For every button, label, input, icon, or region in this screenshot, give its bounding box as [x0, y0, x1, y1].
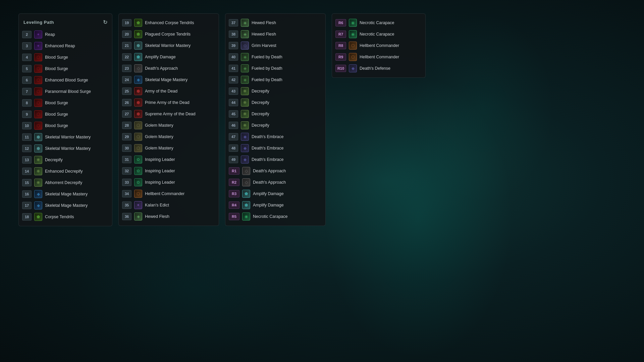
skill-icon: ◇ [241, 42, 249, 50]
level-badge: 38 [229, 31, 238, 38]
skill-glyph: ✿ [137, 169, 140, 173]
list-item[interactable]: 13❋Decrepify [19, 154, 112, 166]
skill-icon: ⬡ [34, 87, 42, 96]
list-item[interactable]: 28⬠Golem Mastery [119, 120, 219, 131]
skill-icon: ◈ [241, 64, 249, 72]
skill-name: Fueled by Death [252, 55, 282, 59]
list-item[interactable]: 17◆Skeletal Mage Mastery [19, 200, 112, 211]
list-item[interactable]: R5◉Necrotic Carapace [225, 211, 325, 222]
list-item[interactable]: 46❋Decrepify [225, 120, 325, 131]
level-badge: 5 [22, 65, 32, 72]
list-item[interactable]: R1◇Death's Approach [225, 165, 325, 177]
skill-icon: ◇ [242, 167, 250, 175]
list-item[interactable]: 4⬡Blood Surge [19, 52, 112, 63]
list-item[interactable]: 38◈Hewed Flesh [225, 28, 325, 40]
level-badge: 44 [229, 99, 238, 106]
list-item[interactable]: 30⬠Golem Mastery [119, 142, 219, 154]
list-item[interactable]: 25⬢Army of the Dead [119, 85, 219, 97]
list-item[interactable]: 7⬡Paranormal Blood Surge [19, 86, 112, 97]
list-item[interactable]: R4⬟Amplify Damage [225, 199, 325, 211]
skill-icon: ⬟ [34, 213, 42, 221]
level-badge: 37 [229, 19, 238, 26]
skill-name: Army of the Dead [145, 89, 177, 94]
list-item[interactable]: 21⬢Skeletal Warrior Mastery [119, 40, 219, 51]
list-item[interactable]: 22⬟Amplify Damage [119, 51, 219, 63]
panel-2-rows: 19⬟Enhanced Corpse Tendrils20⬟Plagued Co… [119, 17, 219, 222]
skill-glyph: ⬢ [37, 135, 40, 139]
skill-icon: ⬟ [134, 30, 142, 38]
list-item[interactable]: R9⬡Hellbent Commander [332, 51, 425, 63]
list-item[interactable]: 26⬢Prime Army of the Dead [119, 97, 219, 108]
list-item[interactable]: 47◆Death's Embrace [225, 131, 325, 142]
list-item[interactable]: 14❋Enhanced Decrepify [19, 166, 112, 177]
list-item[interactable]: 49◆Death's Embrace [225, 154, 325, 165]
panel-2: 19⬟Enhanced Corpse Tendrils20⬟Plagued Co… [118, 13, 219, 226]
list-item[interactable]: R8⬡Hellbent Commander [332, 40, 425, 51]
skill-icon: ⬢ [134, 99, 142, 107]
list-item[interactable]: 43❋Decrepify [225, 85, 325, 97]
list-item[interactable]: 2✦Reap [19, 29, 112, 40]
skill-glyph: ⬟ [37, 215, 40, 219]
skill-glyph: ⬟ [137, 32, 140, 36]
level-badge: 48 [229, 144, 238, 152]
skill-icon: ◈ [241, 53, 249, 61]
skill-icon: ❋ [241, 121, 249, 129]
skill-icon: ⬟ [242, 190, 250, 198]
skill-glyph: ◈ [137, 215, 140, 219]
skill-icon: ⬢ [34, 144, 42, 153]
list-item[interactable]: 12⬢Skeletal Warrior Mastery [19, 143, 112, 154]
list-item[interactable]: 3✦Enhanced Reap [19, 40, 112, 52]
skill-glyph: ◈ [244, 55, 247, 59]
level-badge: 32 [122, 167, 131, 175]
level-badge: 15 [22, 179, 32, 186]
list-item[interactable]: 48◆Death's Embrace [225, 142, 325, 154]
level-badge: 31 [122, 156, 131, 163]
list-item[interactable]: 10⬡Blood Surge [19, 120, 112, 131]
skill-icon: ✿ [134, 178, 142, 186]
skill-icon: ⬡ [34, 76, 42, 84]
list-item[interactable]: 5⬡Blood Surge [19, 63, 112, 74]
list-item[interactable]: 20⬟Plagued Corpse Tendrils [119, 28, 219, 40]
list-item[interactable]: 34⬡Hellbent Commander [119, 188, 219, 199]
list-item[interactable]: 45❋Decrepify [225, 108, 325, 120]
list-item[interactable]: 6⬡Enhanced Blood Surge [19, 74, 112, 86]
skill-glyph: ✦ [37, 33, 40, 37]
list-item[interactable]: 11⬢Skeletal Warrior Mastery [19, 131, 112, 143]
skill-icon: ❋ [34, 156, 42, 164]
level-badge: R8 [335, 42, 346, 49]
list-item[interactable]: 18⬟Corpse Tendrils [19, 211, 112, 223]
list-item[interactable]: 41◈Fueled by Death [225, 63, 325, 74]
list-item[interactable]: 37◈Hewed Flesh [225, 17, 325, 28]
refresh-icon[interactable]: ↻ [103, 19, 108, 25]
skill-glyph: ◉ [351, 32, 355, 36]
list-item[interactable]: R2◇Death's Approach [225, 177, 325, 188]
list-item[interactable]: R6◉Necrotic Carapace [332, 17, 425, 28]
list-item[interactable]: R3⬟Amplify Damage [225, 188, 325, 199]
list-item[interactable]: 44❋Decrepify [225, 97, 325, 108]
list-item[interactable]: 32✿Inspiring Leader [119, 165, 219, 177]
skill-icon: ◇ [242, 178, 250, 186]
list-item[interactable]: 29⬠Golem Mastery [119, 131, 219, 142]
list-item[interactable]: 40◈Fueled by Death [225, 51, 325, 63]
skill-icon: ⬠ [134, 121, 142, 129]
level-badge: 49 [229, 156, 238, 163]
list-item[interactable]: 16◆Skeletal Mage Mastery [19, 188, 112, 200]
list-item[interactable]: 39◇Grim Harvest [225, 40, 325, 51]
list-item[interactable]: R7◉Necrotic Carapace [332, 28, 425, 40]
list-item[interactable]: 31✿Inspiring Leader [119, 154, 219, 165]
skill-icon: ✦ [34, 31, 42, 39]
list-item[interactable]: 19⬟Enhanced Corpse Tendrils [119, 17, 219, 28]
list-item[interactable]: 9⬡Blood Surge [19, 109, 112, 120]
list-item[interactable]: 36◈Hewed Flesh [119, 211, 219, 222]
skill-name: Death's Defense [360, 66, 390, 71]
list-item[interactable]: 24◆Skeletal Mage Mastery [119, 74, 219, 85]
list-item[interactable]: R10◆Death's Defense [332, 63, 425, 74]
list-item[interactable]: 33✿Inspiring Leader [119, 177, 219, 188]
list-item[interactable]: 15❋Abhorrent Decrepify [19, 177, 112, 188]
list-item[interactable]: 35✦Kalan's Edict [119, 199, 219, 211]
skill-glyph: ⬡ [37, 101, 40, 105]
list-item[interactable]: 27⬢Supreme Army of the Dead [119, 108, 219, 120]
list-item[interactable]: 23◇Death's Approach [119, 63, 219, 74]
list-item[interactable]: 8⬡Blood Surge [19, 97, 112, 109]
list-item[interactable]: 42◈Fueled by Death [225, 74, 325, 85]
